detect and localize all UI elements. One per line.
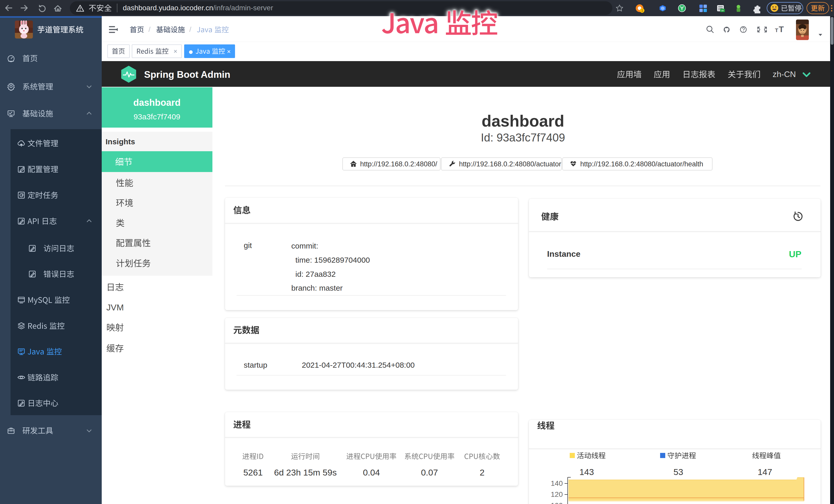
svg-text:T: T xyxy=(779,25,784,34)
svg-text:on: on xyxy=(721,9,724,12)
svg-text:T: T xyxy=(775,27,778,33)
svg-text:1: 1 xyxy=(641,9,643,12)
